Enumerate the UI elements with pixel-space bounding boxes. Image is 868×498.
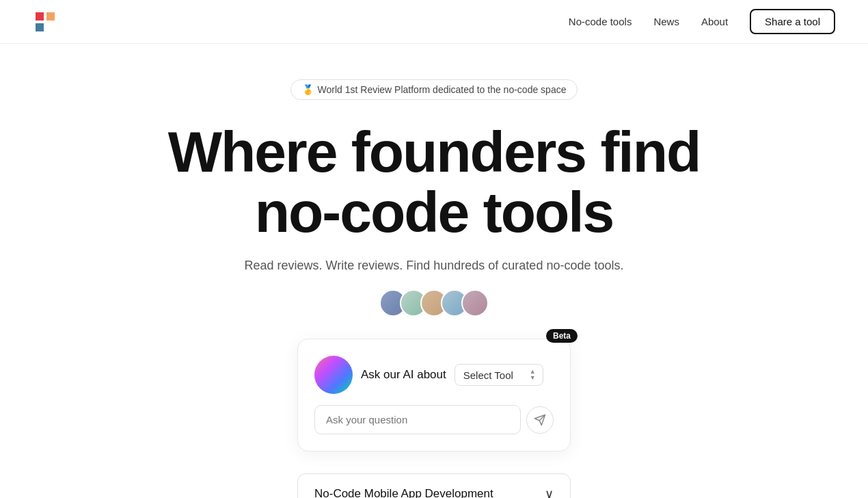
beta-badge: Beta: [546, 329, 578, 343]
ai-input-row: [314, 405, 554, 434]
ai-widget-top: Ask our AI about Select Tool ▲ ▼: [314, 356, 554, 394]
ai-widget: Ask our AI about Select Tool ▲ ▼: [297, 339, 571, 451]
badge-text: World 1st Review Platform dedicated to t…: [318, 84, 567, 95]
share-tool-button[interactable]: Share a tool: [750, 9, 835, 34]
logo[interactable]: [33, 10, 57, 34]
ai-question-input[interactable]: [314, 405, 521, 434]
badge-emoji: 🥇: [302, 84, 314, 95]
nav-links: No-code tools News About Share a tool: [569, 9, 835, 34]
select-tool-label: Select Tool: [463, 369, 513, 381]
hero-title-line1: Where founders find: [168, 120, 701, 184]
hero-title-line2: no-code tools: [255, 180, 614, 244]
category-dropdown-label: No-Code Mobile App Development: [314, 487, 493, 498]
nav-link-no-code-tools[interactable]: No-code tools: [569, 16, 632, 27]
send-icon: [534, 414, 546, 426]
svg-rect-0: [36, 12, 44, 21]
category-section: No-Code Mobile App Development ∨: [297, 473, 571, 498]
svg-rect-2: [46, 12, 55, 21]
user-avatars: [379, 289, 489, 317]
ai-ask-label: Ask our AI about: [361, 368, 446, 382]
nav-link-about[interactable]: About: [701, 16, 728, 27]
svg-rect-1: [36, 23, 44, 31]
hero-title: Where founders find no-code tools: [168, 122, 701, 242]
nav-link-news[interactable]: News: [653, 16, 679, 27]
chevron-down-icon: ∨: [545, 486, 554, 498]
navbar: No-code tools News About Share a tool: [0, 0, 868, 44]
select-tool-dropdown[interactable]: Select Tool ▲ ▼: [455, 364, 543, 386]
ai-avatar: [314, 356, 353, 394]
ai-send-button[interactable]: [526, 406, 554, 434]
badge: 🥇 World 1st Review Platform dedicated to…: [290, 79, 578, 100]
hero-subtitle: Read reviews. Write reviews. Find hundre…: [245, 259, 624, 273]
select-arrows-icon: ▲ ▼: [530, 369, 536, 381]
ai-widget-wrapper: Beta Ask our AI about Select Tool ▲ ▼: [297, 339, 571, 451]
category-dropdown[interactable]: No-Code Mobile App Development ∨: [297, 473, 571, 498]
avatar: [461, 289, 489, 317]
hero-section: 🥇 World 1st Review Platform dedicated to…: [0, 44, 868, 498]
